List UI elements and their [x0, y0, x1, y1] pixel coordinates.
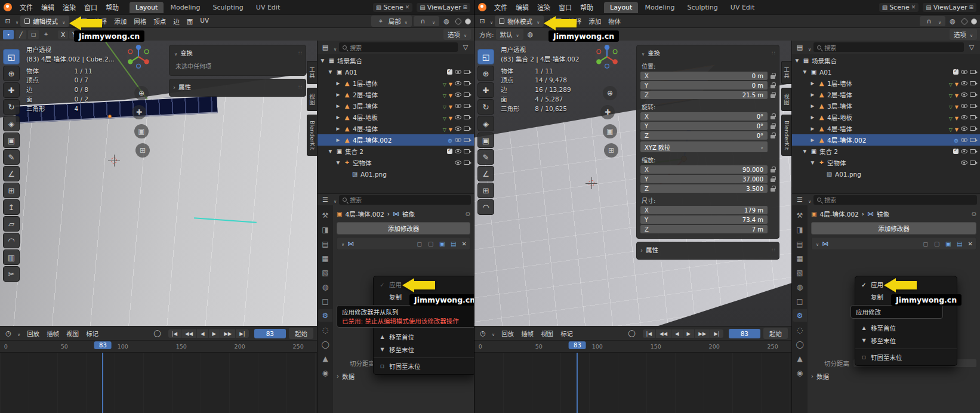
topbar-menu[interactable]: 帮助 — [101, 3, 123, 13]
outliner-row[interactable]: ▼ ▣ A01 — [318, 66, 474, 78]
workspace-tab[interactable]: Modeling — [639, 2, 680, 13]
expander-icon[interactable]: ▼ — [327, 69, 334, 75]
filter-icon[interactable]: ▽ — [460, 44, 471, 51]
outliner-item-label[interactable]: 4层-墙体 — [353, 124, 378, 133]
tg-icon[interactable] — [949, 91, 953, 98]
jump-to-start-button[interactable]: |◀ — [643, 329, 656, 338]
cam-icon[interactable] — [464, 149, 470, 153]
zoom-icon[interactable]: ⊕ — [134, 86, 149, 100]
pin-icon[interactable]: ⊙ — [972, 211, 976, 217]
timeline-track-area[interactable] — [0, 352, 317, 413]
tool-rotate[interactable]: ↻ — [477, 99, 494, 115]
tg-icon[interactable] — [949, 114, 953, 121]
eye-icon[interactable] — [455, 127, 461, 131]
properties-tab-physics[interactable]: ◯ — [318, 338, 332, 350]
topbar-menu[interactable]: 编辑 — [37, 3, 58, 13]
tool-select-box[interactable]: ◱ — [3, 49, 20, 64]
solid-shading-icon[interactable] — [971, 19, 977, 24]
topbar-menu[interactable]: 文件 — [490, 3, 511, 13]
eye-icon[interactable] — [961, 70, 967, 74]
expander-icon[interactable]: ▼ — [335, 160, 341, 165]
to-icon[interactable] — [955, 80, 959, 87]
prev-keyframe-button[interactable]: ◀◀ — [656, 329, 671, 338]
workspace-tab[interactable]: UV Edit — [725, 2, 760, 13]
expander-icon[interactable]: ▶ — [809, 81, 816, 86]
edge-select-mode[interactable]: ╱ — [16, 30, 26, 39]
properties-editor-icon[interactable]: ☰ — [320, 196, 330, 204]
outliner-item-label[interactable]: 4层-墙体 — [827, 124, 852, 133]
pan-icon[interactable]: ✚ — [600, 105, 615, 119]
outliner-item-label[interactable]: 4层-墙体.002 — [827, 135, 866, 144]
value-slider[interactable]: X179 m — [640, 206, 768, 214]
properties-tab-view-layer[interactable]: ▦ — [793, 252, 807, 264]
to-icon[interactable] — [449, 91, 452, 98]
to-icon[interactable] — [955, 91, 959, 98]
properties-tab-render[interactable]: ◨ — [793, 223, 807, 236]
cam-icon[interactable] — [970, 93, 976, 97]
jump-to-end-button[interactable]: ▶| — [236, 329, 248, 338]
outliner-item-label[interactable]: 2层-墙体 — [827, 90, 852, 99]
workspace-tab[interactable]: Sculpting — [681, 2, 723, 13]
header-menu[interactable]: 边 — [170, 16, 183, 27]
mod-icon[interactable] — [448, 137, 452, 144]
modifier-panel-header[interactable]: ⋈ ◻ ▢ ▣ ▤ ✕ — [337, 237, 470, 250]
tool-rotate[interactable]: ↻ — [3, 99, 20, 115]
play-button[interactable]: ▶ — [683, 329, 695, 338]
cam-icon[interactable] — [464, 127, 470, 131]
lock-icon[interactable] — [771, 82, 775, 88]
proportional-edit-icon[interactable]: ◍ — [441, 17, 452, 25]
playhead-line[interactable] — [577, 353, 578, 413]
outliner-item-label[interactable]: 集合 2 — [819, 147, 838, 156]
outliner-item-label[interactable]: 2层-墙体 — [353, 90, 378, 99]
properties-tab-world[interactable]: ◍ — [793, 281, 807, 293]
rotation-mode-dropdown[interactable]: XYZ 欧拉 — [640, 141, 768, 152]
outliner-item-label[interactable]: 1层-墙体 — [353, 79, 378, 88]
viewlayer-selector[interactable]: ▤ViewLayer⊞ — [417, 3, 470, 12]
outliner-item-label[interactable]: 场景集合 — [812, 56, 837, 65]
transform-orientation-icon[interactable]: ⌖ — [41, 30, 51, 38]
expander-icon[interactable]: ▶ — [335, 92, 341, 97]
outliner-row[interactable]: ▶ ▲ 3层-墙体 — [792, 100, 980, 112]
current-frame-indicator[interactable]: 83 — [569, 341, 586, 349]
outliner-row[interactable]: ▶ ▲ 3层-墙体 — [318, 100, 474, 112]
transform-panel-header[interactable]: 变换∷ — [640, 47, 775, 58]
timeline-menu[interactable]: 标记 — [82, 328, 102, 339]
outliner-editor-icon[interactable]: ▤ — [795, 44, 805, 51]
outliner-item-label[interactable]: 场景集合 — [337, 56, 362, 65]
tool-select-box[interactable]: ◱ — [477, 49, 494, 64]
cam-icon[interactable] — [970, 81, 976, 85]
sidebar-tab[interactable]: BlenderKit — [307, 115, 317, 156]
jump-to-end-button[interactable]: ▶| — [710, 329, 723, 338]
cb-icon[interactable] — [447, 149, 452, 154]
properties-tab-output[interactable]: ▤ — [793, 238, 807, 250]
outliner-editor-icon[interactable]: ▤ — [320, 44, 330, 51]
tool-annotate[interactable]: ✎ — [477, 149, 494, 165]
tg-icon[interactable] — [443, 103, 446, 110]
value-slider[interactable]: Z21.5 m — [640, 91, 768, 99]
add-modifier-button[interactable]: 添加修改器 — [337, 222, 470, 235]
eye-icon[interactable] — [961, 161, 967, 165]
cam-icon[interactable] — [464, 81, 470, 85]
cb-icon[interactable] — [953, 149, 959, 154]
topbar-menu[interactable]: 渲染 — [533, 3, 554, 13]
workspace-tab[interactable]: Layout — [130, 2, 164, 13]
outliner-row[interactable]: ▶ ▲ 4层-墙体 — [792, 123, 980, 134]
tool-move[interactable]: ✚ — [3, 82, 20, 98]
panel-grip-icon[interactable]: ∷ — [772, 50, 775, 56]
expander-icon[interactable]: ▶ — [335, 81, 341, 86]
prev-keyframe-button[interactable]: ◀◀ — [181, 329, 197, 338]
eye-icon[interactable] — [455, 81, 461, 85]
editmode-display-toggle[interactable]: ◻ — [922, 241, 930, 247]
outliner-item-label[interactable]: A01.png — [835, 171, 861, 178]
timeline-menu[interactable]: 插帧 — [43, 328, 63, 339]
proportional-edit-icon[interactable]: ◍ — [947, 17, 958, 25]
add-modifier-button[interactable]: 添加修改器 — [811, 222, 976, 235]
orientation-selector[interactable]: 默认 — [496, 29, 523, 40]
properties-search-input[interactable]: 搜索 — [813, 195, 977, 205]
eye-icon[interactable] — [455, 93, 461, 97]
play-button[interactable]: ▶ — [209, 329, 221, 338]
tg-icon[interactable] — [443, 114, 446, 121]
outliner-row[interactable]: ▶ ▲ 4层-地板 — [318, 112, 474, 123]
eye-icon[interactable] — [455, 115, 461, 119]
modifier-panel-header[interactable]: ⋈ ◻ ▢ ▣ ▤ ✕ — [811, 237, 976, 250]
